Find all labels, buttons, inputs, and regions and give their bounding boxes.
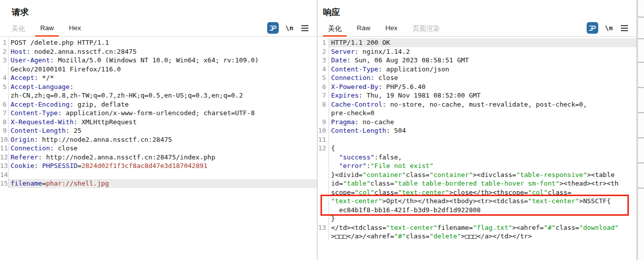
request-toolbar: \n (267, 22, 308, 34)
inspector-section-divider (638, 137, 644, 138)
code-line-text[interactable]: pre-check=0 (329, 109, 636, 118)
tab-美化[interactable]: 美化 (324, 20, 346, 36)
code-row: 3Date: Sun, 06 Aug 2023 08:58:51 GMT (318, 56, 636, 65)
code-line-text[interactable]: Origin: http://node2.anna.nssctf.cn:2847… (8, 135, 317, 144)
code-line-text[interactable] (8, 170, 317, 180)
code-row: 2Host: node2.anna.nssctf.cn:28475 (0, 47, 317, 56)
response-panel-title: 响应 (323, 7, 340, 18)
code-line-text[interactable]: >□□□</a>/<ahref="#"class="delete">□□□</a… (329, 232, 636, 241)
line-number (318, 161, 329, 170)
code-line-text[interactable]: Content-Length: 25 (8, 126, 317, 135)
line-number: 8 (318, 100, 329, 109)
tab-页面渲染[interactable]: 页面渲染 (409, 20, 444, 36)
code-row: 8X-Requested-With: XMLHttpRequest (0, 118, 317, 127)
line-number (318, 197, 329, 206)
line-number: 1 (0, 38, 8, 47)
line-number (0, 65, 8, 74)
code-line-text[interactable]: X-Powered-By: PHP/5.6.40 (329, 82, 636, 92)
code-line-text[interactable]: Cookie: PHPSESSID=2824d02f1f3cf8ac8d47e3… (8, 161, 317, 170)
code-line-text[interactable]: X-Requested-With: XMLHttpRequest (8, 118, 317, 127)
line-number: 11 (318, 135, 329, 144)
code-row: pre-check=0 (318, 109, 636, 118)
code-line-text[interactable]: Content-Type: application/json (329, 65, 636, 74)
code-row: 14 (0, 170, 317, 180)
code-row: 10Content-Length: 504 (318, 126, 636, 135)
menu-icon[interactable] (301, 22, 308, 34)
code-line-text[interactable]: }<divid="container"class="container"><di… (329, 170, 636, 180)
line-number: 9 (0, 126, 8, 135)
inspector-section-divider (638, 162, 644, 163)
code-row: }<divid="container"class="container"><di… (318, 170, 636, 180)
code-line-text[interactable]: Accept-Encoding: gzip, deflate (8, 100, 317, 109)
code-row: 11 (318, 135, 636, 144)
code-row: Gecko/20100101 Firefox/116.0 (0, 65, 317, 74)
code-line-text[interactable]: ec84b1f8-bb16-421f-b3d9-b2df1d922808 (329, 206, 636, 215)
code-line-text[interactable]: User-Agent: Mozilla/5.0 (Windows NT 10.0… (8, 56, 317, 65)
code-line-text[interactable]: Accept: */* (8, 73, 317, 82)
line-number: 6 (318, 82, 329, 92)
menu-icon[interactable] (621, 22, 628, 34)
inspector-section-divider (638, 87, 644, 88)
wrap-lines-icon[interactable] (267, 22, 279, 34)
code-line-text[interactable]: id="table"class="table table-bordered ta… (329, 179, 636, 188)
code-line-text[interactable]: Host: node2.anna.nssctf.cn:28475 (8, 47, 317, 56)
code-row: 9Pragma: no-cache (318, 118, 636, 127)
code-line-text[interactable]: Connection: close (329, 73, 636, 82)
code-line-text[interactable]: Content-Type: application/x-www-form-url… (8, 109, 317, 118)
wrap-lines-icon[interactable] (587, 22, 598, 34)
code-line-text[interactable]: Cache-Control: no-store, no-cache, must-… (329, 100, 636, 109)
line-number: 5 (0, 82, 8, 92)
line-number (318, 232, 329, 241)
code-row: 4Content-Type: application/json (318, 65, 636, 74)
code-line-text[interactable]: "error":"File not exist" (329, 161, 636, 170)
newline-toggle-icon[interactable]: \n (285, 24, 293, 32)
line-number (318, 179, 329, 188)
code-line-text[interactable]: filename=phar://shell.jpg (8, 179, 317, 188)
code-line-text[interactable]: scope="col"class="text-center">close</th… (329, 188, 636, 197)
line-number: 14 (0, 170, 8, 180)
code-row: 15filename=phar://shell.jpg (0, 179, 317, 188)
code-line-text[interactable] (329, 135, 636, 144)
line-number (318, 188, 329, 197)
response-viewer[interactable]: 1HTTP/1.1 200 OK2Server: nginx/1.14.23Da… (318, 37, 636, 260)
code-row: 6X-Powered-By: PHP/5.6.40 (318, 82, 636, 92)
tab-美化[interactable]: 美化 (8, 20, 29, 36)
newline-toggle-icon[interactable]: \n (605, 24, 613, 32)
code-line-text[interactable]: Referer: http://node2.anna.nssctf.cn:284… (8, 153, 317, 162)
code-line-text[interactable]: Pragma: no-cache (329, 118, 636, 127)
request-editor[interactable]: 1POST /delete.php HTTP/1.12Host: node2.a… (0, 37, 317, 260)
code-line-text[interactable]: Server: nginx/1.14.2 (329, 47, 636, 56)
code-row: 12Referer: http://node2.anna.nssctf.cn:2… (0, 153, 317, 162)
tab-Hex[interactable]: Hex (65, 20, 85, 36)
code-line-text[interactable]: Content-Length: 504 (329, 126, 636, 135)
tab-Hex[interactable]: Hex (381, 20, 401, 36)
code-line-text[interactable]: Date: Sun, 06 Aug 2023 08:58:51 GMT (329, 56, 636, 65)
code-line-text[interactable]: Accept-Language: (8, 82, 317, 92)
code-line-text[interactable]: { (329, 144, 636, 153)
code-row: "error":"File not exist" (318, 161, 636, 170)
line-number: 3 (0, 56, 8, 65)
tab-Raw[interactable]: Raw (353, 20, 374, 36)
inspector-collapsed-strip[interactable] (637, 0, 644, 260)
code-line-text[interactable]: </td><tdclass="text-center"filename="fla… (329, 223, 636, 232)
code-row: 3User-Agent: Mozilla/5.0 (Windows NT 10.… (0, 56, 317, 65)
code-row: 4Accept: */* (0, 73, 317, 82)
code-row: id="table"class="table table-bordered ta… (318, 179, 636, 188)
code-line-text[interactable]: HTTP/1.1 200 OK (329, 38, 636, 47)
line-number: 13 (0, 161, 8, 170)
code-line-text[interactable]: Connection: close (8, 144, 317, 153)
code-line-text[interactable]: } (329, 214, 636, 223)
code-line-text[interactable]: "success":false, (329, 153, 636, 162)
line-number (318, 206, 329, 215)
code-line-text[interactable]: Gecko/20100101 Firefox/116.0 (8, 65, 317, 74)
code-line-text[interactable]: zh-CN,zh;q=0.8,zh-TW;q=0.7,zh-HK;q=0.5,e… (8, 91, 317, 100)
response-toolbar: \n (587, 22, 628, 34)
code-row: "success":false, (318, 153, 636, 162)
code-line-text[interactable]: POST /delete.php HTTP/1.1 (8, 38, 317, 47)
line-number: 9 (318, 118, 329, 127)
tab-Raw[interactable]: Raw (36, 20, 58, 36)
line-number (318, 170, 329, 180)
request-panel: 请求 美化RawHex \n 1POST /delete.php HTTP/1.… (0, 0, 317, 260)
code-line-text[interactable]: "text-center">Opt</th></thead><tbody><tr… (329, 197, 636, 206)
code-line-text[interactable]: Expires: Thu, 19 Nov 1981 08:52:00 GMT (329, 91, 636, 100)
